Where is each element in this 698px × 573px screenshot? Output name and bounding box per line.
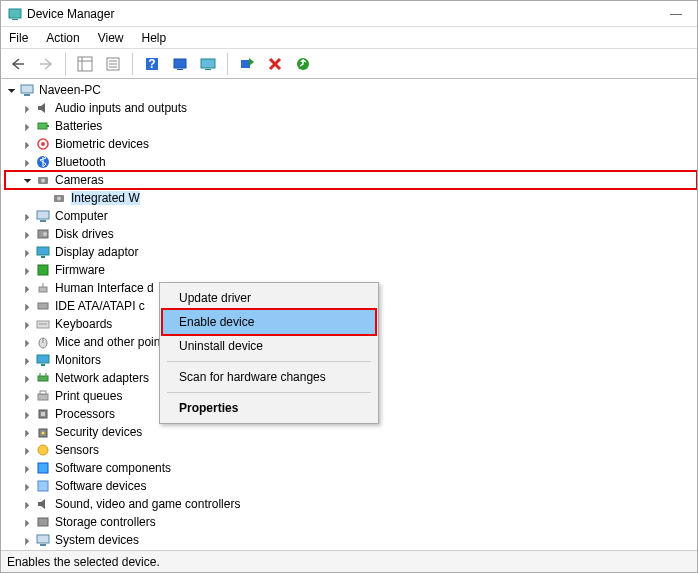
expand-arrow-icon[interactable]: ⏵ <box>21 409 35 420</box>
expand-arrow-icon[interactable]: ⏵ <box>21 481 35 492</box>
forward-button[interactable] <box>35 53 57 75</box>
tree-category[interactable]: ⏵Bluetooth <box>5 153 697 171</box>
back-button[interactable] <box>7 53 29 75</box>
category-label: Audio inputs and outputs <box>55 101 187 115</box>
svg-rect-28 <box>37 211 49 219</box>
expand-arrow-icon[interactable]: ⏵ <box>21 247 35 258</box>
expand-arrow-icon[interactable]: ⏵ <box>21 301 35 312</box>
device-category-icon <box>35 154 51 170</box>
svg-rect-35 <box>39 287 47 292</box>
svg-rect-2 <box>78 57 92 71</box>
expand-arrow-icon[interactable]: ⏵ <box>21 211 35 222</box>
expand-arrow-icon[interactable]: ⏵ <box>21 463 35 474</box>
tree-category[interactable]: ⏵Biometric devices <box>5 135 697 153</box>
svg-rect-47 <box>38 394 48 400</box>
device-category-icon <box>35 316 51 332</box>
expand-arrow-icon[interactable]: ⏵ <box>21 391 35 402</box>
tree-category[interactable]: ⏵Computer <box>5 207 697 225</box>
ctx-scan-hardware[interactable]: Scan for hardware changes <box>163 365 375 389</box>
tree-category[interactable]: ⏵Software devices <box>5 477 697 495</box>
ctx-label: Uninstall device <box>179 339 263 353</box>
refresh-button[interactable] <box>292 53 314 75</box>
tree-category[interactable]: ⏷Cameras <box>5 171 697 189</box>
expand-arrow-icon[interactable]: ⏵ <box>21 535 35 546</box>
expand-arrow-icon[interactable]: ⏵ <box>21 427 35 438</box>
expand-arrow-icon[interactable]: ⏵ <box>21 265 35 276</box>
category-label: Sensors <box>55 443 99 457</box>
category-label: Human Interface d <box>55 281 154 295</box>
menu-help[interactable]: Help <box>142 31 167 45</box>
expand-arrow-icon[interactable]: ⏵ <box>21 355 35 366</box>
expand-arrow-icon[interactable]: ⏵ <box>21 319 35 330</box>
device-category-icon <box>35 280 51 296</box>
device-category-icon <box>35 442 51 458</box>
ctx-uninstall-device[interactable]: Uninstall device <box>163 334 375 358</box>
show-hidden-button[interactable] <box>74 53 96 75</box>
expand-arrow-icon[interactable]: ⏵ <box>21 121 35 132</box>
category-label: IDE ATA/ATAPI c <box>55 299 145 313</box>
minimize-button[interactable]: — <box>661 7 691 21</box>
expand-arrow-icon[interactable]: ⏵ <box>21 445 35 456</box>
svg-rect-14 <box>205 69 211 70</box>
device-tree[interactable]: ⏷ Naveen-PC ⏵Audio inputs and outputs⏵Ba… <box>1 79 697 550</box>
svg-rect-19 <box>38 123 47 129</box>
device-category-icon <box>35 100 51 116</box>
scan-button[interactable] <box>169 53 191 75</box>
properties-button[interactable] <box>102 53 124 75</box>
category-label: Storage controllers <box>55 515 156 529</box>
tree-category[interactable]: ⏵System devices <box>5 531 697 549</box>
menu-action[interactable]: Action <box>46 31 79 45</box>
tree-category[interactable]: ⏵Disk drives <box>5 225 697 243</box>
tree-category[interactable]: ⏵Batteries <box>5 117 697 135</box>
expand-arrow-icon[interactable]: ⏵ <box>21 283 35 294</box>
tree-category[interactable]: ⏵Audio inputs and outputs <box>5 99 697 117</box>
ctx-enable-device[interactable]: Enable device <box>163 310 375 334</box>
toolbar-separator <box>227 53 228 75</box>
tree-root[interactable]: ⏷ Naveen-PC <box>5 81 697 99</box>
svg-point-25 <box>41 179 45 183</box>
svg-rect-13 <box>201 59 215 68</box>
category-label: Network adapters <box>55 371 149 385</box>
tree-device-item[interactable]: Integrated W <box>5 189 697 207</box>
toolbar: ? <box>1 49 697 79</box>
expand-arrow-icon[interactable]: ⏵ <box>21 139 35 150</box>
tree-category[interactable]: ⏵Storage controllers <box>5 513 697 531</box>
menu-file[interactable]: File <box>9 31 28 45</box>
tree-category[interactable]: ⏵Sound, video and game controllers <box>5 495 697 513</box>
svg-rect-33 <box>41 256 45 258</box>
device-category-icon <box>35 172 51 188</box>
menu-view[interactable]: View <box>98 31 124 45</box>
svg-text:?: ? <box>148 57 155 71</box>
expand-arrow-icon[interactable]: ⏵ <box>21 517 35 528</box>
ctx-update-driver[interactable]: Update driver <box>163 286 375 310</box>
svg-rect-12 <box>177 69 183 70</box>
device-category-icon <box>35 514 51 530</box>
expand-arrow-icon[interactable]: ⏵ <box>21 337 35 348</box>
expand-arrow-icon[interactable]: ⏷ <box>21 175 35 186</box>
expand-arrow-icon[interactable]: ⏵ <box>21 229 35 240</box>
svg-rect-57 <box>37 535 49 543</box>
svg-point-27 <box>57 197 61 201</box>
help-button[interactable]: ? <box>141 53 163 75</box>
ctx-properties[interactable]: Properties <box>163 396 375 420</box>
tree-category[interactable]: ⏵Display adaptor <box>5 243 697 261</box>
svg-rect-32 <box>37 247 49 255</box>
svg-rect-34 <box>38 265 48 275</box>
enable-button[interactable] <box>236 53 258 75</box>
expand-arrow-icon[interactable]: ⏵ <box>21 499 35 510</box>
expand-arrow-icon[interactable]: ⏵ <box>21 373 35 384</box>
tree-category[interactable]: ⏵Software components <box>5 459 697 477</box>
tree-category[interactable]: ⏵Firmware <box>5 261 697 279</box>
window-title: Device Manager <box>27 7 661 21</box>
ctx-label: Properties <box>179 401 238 415</box>
tree-category[interactable]: ⏵Security devices <box>5 423 697 441</box>
expand-arrow-icon[interactable]: ⏵ <box>21 103 35 114</box>
update-driver-button[interactable] <box>197 53 219 75</box>
svg-point-52 <box>42 432 45 435</box>
ctx-label: Scan for hardware changes <box>179 370 326 384</box>
expand-arrow-icon[interactable]: ⏵ <box>21 157 35 168</box>
tree-category[interactable]: ⏵Sensors <box>5 441 697 459</box>
device-category-icon <box>35 532 51 548</box>
expand-arrow-icon[interactable]: ⏷ <box>5 85 19 96</box>
uninstall-button[interactable] <box>264 53 286 75</box>
